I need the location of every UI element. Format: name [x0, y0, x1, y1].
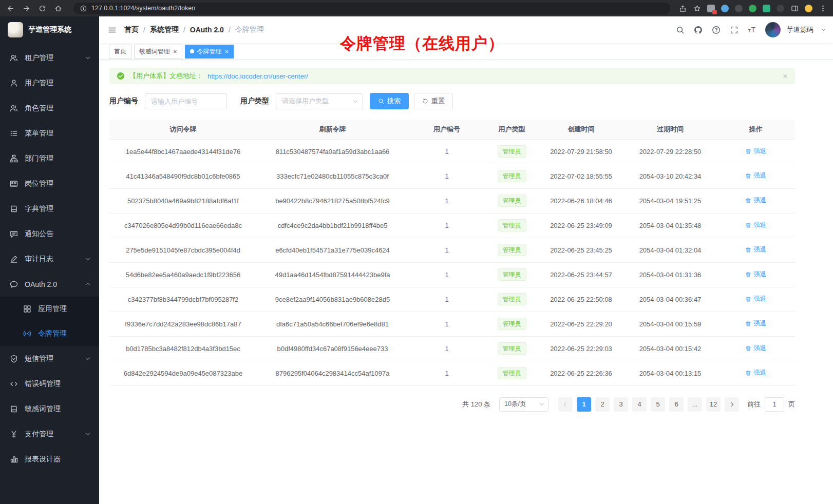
- table-row: c347026e805e4d99b0d116eae66eda8ccdfc4ce9…: [109, 213, 795, 238]
- site-info-icon[interactable]: [79, 4, 87, 12]
- column-header[interactable]: 刷新令牌: [257, 120, 408, 139]
- force-logout-button[interactable]: 强退: [745, 295, 766, 303]
- url-bar[interactable]: 127.0.0.1:1024/system/oauth2/token: [73, 3, 670, 14]
- back-icon[interactable]: [6, 4, 14, 12]
- side-panel-icon[interactable]: [790, 4, 799, 12]
- sidebar-toggle-icon[interactable]: [107, 25, 117, 34]
- tab-sensitive-word[interactable]: 敏感词管理×: [134, 45, 182, 59]
- breadcrumb-item[interactable]: 首页: [124, 25, 139, 34]
- extensions-badge-icon[interactable]: [707, 5, 715, 12]
- extension-blue-icon[interactable]: [721, 5, 729, 12]
- cell-created-at: 2022-06-25 22:29:03: [538, 336, 624, 361]
- force-logout-button[interactable]: 强退: [745, 344, 766, 353]
- column-header[interactable]: 访问令牌: [109, 120, 257, 139]
- sidebar-item-sensitive-word[interactable]: 敏感词管理: [0, 396, 99, 421]
- cell-user-type: 管理员: [485, 361, 538, 385]
- page-button-5[interactable]: 5: [651, 397, 665, 412]
- sidebar-item-tenant[interactable]: 租户管理: [0, 45, 99, 70]
- forward-icon[interactable]: [22, 4, 30, 12]
- prev-page-button[interactable]: [558, 397, 573, 412]
- extension-green-icon[interactable]: [749, 5, 756, 12]
- cell-access-token: 1ea5e44f8bc1467aaede43144f31de76: [109, 139, 257, 164]
- app-window: 芋道管理系统 租户管理用户管理角色管理菜单管理部门管理岗位管理字典管理通知公告审…: [0, 16, 833, 504]
- notification-badge: [712, 10, 717, 14]
- tab-token[interactable]: 令牌管理×: [185, 45, 234, 59]
- sidebar-item-pay[interactable]: 支付管理: [0, 421, 99, 447]
- page-button-2[interactable]: 2: [595, 397, 610, 412]
- page-button-1[interactable]: 1: [577, 397, 591, 412]
- cell-expires-at: 2054-03-10 20:42:34: [624, 164, 716, 188]
- sidebar-item-sms[interactable]: 短信管理: [0, 346, 99, 371]
- force-logout-button[interactable]: 强退: [745, 196, 766, 205]
- extension-paw-icon[interactable]: [777, 5, 784, 12]
- user-type-select[interactable]: 请选择用户类型: [276, 93, 363, 109]
- force-logout-button[interactable]: 强退: [745, 147, 766, 156]
- reset-button[interactable]: 重置: [414, 93, 453, 109]
- sidebar-item-dict[interactable]: 字典管理: [0, 196, 99, 221]
- force-logout-button[interactable]: 强退: [745, 319, 766, 328]
- sidebar-item-oauth2-application[interactable]: 应用管理: [0, 297, 99, 321]
- breadcrumb-item[interactable]: 令牌管理: [235, 25, 264, 34]
- sidebar-item-oauth2-token[interactable]: 令牌管理: [0, 321, 99, 346]
- extension-puzzle-icon[interactable]: [763, 5, 770, 12]
- home-icon[interactable]: [54, 4, 62, 12]
- sidebar-item-role[interactable]: 角色管理: [0, 95, 99, 121]
- sidebar-item-report-designer[interactable]: 报表设计器: [0, 447, 99, 472]
- force-logout-button[interactable]: 强退: [745, 270, 766, 279]
- fullscreen-icon[interactable]: [729, 25, 739, 34]
- sidebar-item-audit-log[interactable]: 审计日志: [0, 246, 99, 272]
- sidebar-item-oauth2[interactable]: OAuth 2.0: [0, 272, 99, 297]
- force-logout-button[interactable]: 强退: [745, 369, 766, 377]
- column-header[interactable]: 创建时间: [538, 120, 624, 139]
- goto-page-input[interactable]: [765, 397, 784, 412]
- page-button-4[interactable]: 4: [632, 397, 647, 412]
- help-icon[interactable]: [711, 25, 721, 34]
- page-size-select[interactable]: 10条/页: [499, 397, 548, 412]
- tab-close-icon[interactable]: ×: [225, 48, 229, 55]
- sidebar-item-post[interactable]: 岗位管理: [0, 171, 99, 196]
- user-id-input[interactable]: [145, 93, 227, 109]
- browser-menu-icon[interactable]: [819, 4, 827, 12]
- browser-profile-avatar[interactable]: [805, 5, 812, 12]
- search-button[interactable]: 搜索: [370, 93, 409, 109]
- page-buttons: 123456...12: [577, 397, 721, 412]
- bookmark-star-icon[interactable]: [693, 4, 701, 12]
- select-placeholder: 请选择用户类型: [282, 96, 329, 106]
- sidebar-item-user[interactable]: 用户管理: [0, 70, 99, 95]
- column-header[interactable]: 用户类型: [485, 120, 538, 139]
- search-icon[interactable]: [675, 25, 685, 34]
- alert-doc-link[interactable]: https://doc.iocoder.cn/user-center/: [207, 72, 308, 80]
- github-icon[interactable]: [693, 25, 703, 34]
- page-ellipsis[interactable]: ...: [688, 397, 702, 412]
- user-type-tag: 管理员: [498, 268, 526, 281]
- app-logo[interactable]: 芋道管理系统: [0, 16, 99, 43]
- tab-home[interactable]: 首页: [109, 45, 131, 59]
- page-button-6[interactable]: 6: [669, 397, 684, 412]
- column-header[interactable]: 用户编号: [408, 120, 485, 139]
- force-logout-button[interactable]: 强退: [745, 245, 766, 254]
- sidebar-item-dept[interactable]: 部门管理: [0, 146, 99, 171]
- user-type-tag: 管理员: [498, 318, 526, 330]
- chevron-down-icon: [86, 356, 90, 360]
- column-header[interactable]: 操作: [716, 120, 795, 139]
- tab-close-icon[interactable]: ×: [173, 48, 177, 55]
- breadcrumb-item[interactable]: 系统管理: [150, 25, 179, 34]
- force-logout-button[interactable]: 强退: [745, 221, 766, 229]
- page-button-3[interactable]: 3: [614, 397, 628, 412]
- chevron-down-icon[interactable]: [822, 27, 825, 31]
- breadcrumb-item[interactable]: OAuth 2.0: [190, 26, 224, 34]
- extension-dark-icon[interactable]: [735, 5, 743, 12]
- column-header[interactable]: 过期时间: [624, 120, 716, 139]
- next-page-button[interactable]: [725, 397, 739, 412]
- user-name[interactable]: 芋道源码: [787, 25, 813, 34]
- sidebar-item-menu[interactable]: 菜单管理: [0, 121, 99, 146]
- alert-close-icon[interactable]: ×: [783, 72, 788, 81]
- share-icon[interactable]: [678, 4, 687, 12]
- page-button-12[interactable]: 12: [706, 397, 721, 412]
- sidebar-item-error-code[interactable]: 错误码管理: [0, 371, 99, 396]
- reload-icon[interactable]: [38, 4, 46, 12]
- force-logout-button[interactable]: 强退: [745, 171, 766, 180]
- font-size-icon[interactable]: TT: [747, 25, 756, 34]
- sidebar-item-notice[interactable]: 通知公告: [0, 221, 99, 246]
- user-avatar[interactable]: [765, 22, 781, 37]
